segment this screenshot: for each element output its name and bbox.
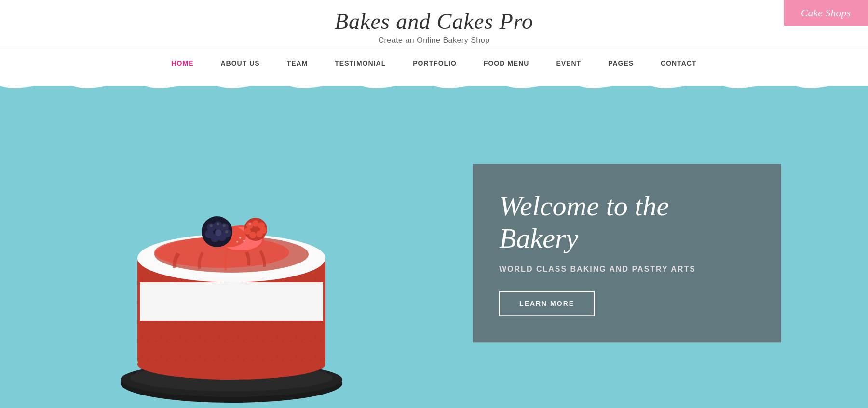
- site-title: Bakes and Cakes Pro: [335, 9, 533, 34]
- svg-point-33: [252, 220, 259, 227]
- nav-item-event[interactable]: EVENT: [542, 50, 595, 77]
- site-header: Cake Shops Bakes and Cakes Pro Create an…: [0, 0, 868, 50]
- svg-point-16: [243, 240, 245, 242]
- welcome-subtitle: WORLD CLASS BAKING AND PASTRY ARTS: [499, 265, 755, 274]
- nav-item-portfolio[interactable]: PORTFOLIO: [399, 50, 470, 77]
- cake-image-container: [72, 104, 391, 408]
- svg-point-25: [205, 230, 214, 238]
- nav-item-home[interactable]: HOME: [158, 50, 207, 77]
- svg-point-26: [215, 229, 222, 236]
- nav-list: HOME ABOUT US TEAM TESTIMONIAL PORTFOLIO…: [158, 50, 710, 77]
- cake-illustration: [92, 133, 371, 408]
- site-subtitle: Create an Online Bakery Shop: [378, 36, 489, 45]
- svg-point-38: [244, 228, 251, 235]
- svg-point-27: [210, 224, 213, 227]
- cake-shops-button[interactable]: Cake Shops: [784, 0, 868, 26]
- svg-point-15: [239, 237, 241, 239]
- svg-point-30: [225, 230, 228, 233]
- svg-rect-7: [140, 282, 323, 321]
- wavy-divider: [0, 76, 868, 94]
- welcome-title: Welcome to the Bakery: [499, 190, 755, 254]
- svg-point-28: [217, 223, 219, 225]
- welcome-box: Welcome to the Bakery WORLD CLASS BAKING…: [473, 164, 781, 342]
- hero-section: Welcome to the Bakery WORLD CLASS BAKING…: [0, 94, 868, 408]
- svg-point-39: [249, 223, 251, 225]
- svg-point-36: [256, 231, 263, 237]
- svg-rect-0: [0, 76, 868, 86]
- nav-item-testimonial[interactable]: TESTIMONIAL: [321, 50, 399, 77]
- nav-item-pages[interactable]: PAGES: [595, 50, 647, 77]
- main-nav: HOME ABOUT US TEAM TESTIMONIAL PORTFOLIO…: [0, 50, 868, 76]
- nav-item-contact[interactable]: CONTACT: [647, 50, 710, 77]
- svg-point-29: [223, 224, 226, 227]
- nav-item-food-menu[interactable]: FOOD MENU: [470, 50, 543, 77]
- wave-svg: [0, 76, 868, 94]
- nav-item-team[interactable]: TEAM: [273, 50, 322, 77]
- learn-more-button[interactable]: LEARN MORE: [499, 291, 595, 316]
- nav-item-about[interactable]: ABOUT US: [207, 50, 273, 77]
- svg-point-17: [236, 241, 238, 243]
